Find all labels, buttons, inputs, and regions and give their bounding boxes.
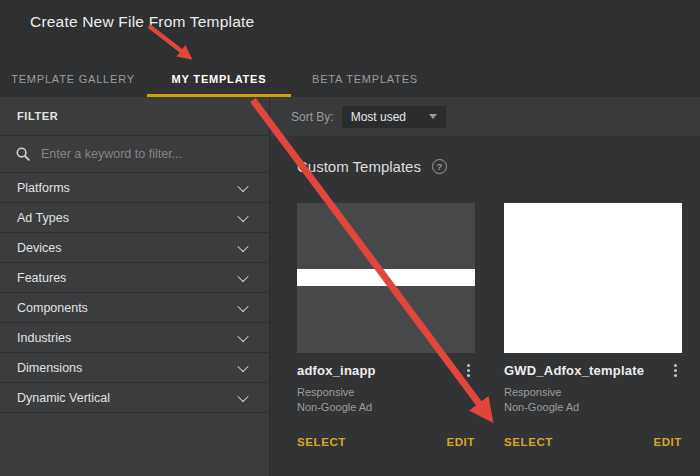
help-icon[interactable]: ? — [432, 159, 447, 174]
templates-panel: Custom Templates ? adfox_inapp Responsiv… — [271, 136, 700, 476]
sort-bar: Sort By: Most used — [270, 97, 700, 136]
filter-section-dynamic-vertical[interactable]: Dynamic Vertical — [0, 383, 269, 413]
keyword-search-row — [0, 136, 269, 173]
chevron-down-icon — [237, 300, 248, 311]
caret-down-icon — [429, 114, 437, 119]
chevron-down-icon — [237, 240, 248, 251]
filter-sort-bar: FILTER Sort By: Most used — [0, 97, 700, 136]
create-file-from-template-dialog: Create New File From Template TEMPLATE G… — [0, 0, 700, 476]
template-name: adfox_inapp — [297, 363, 376, 378]
edit-button[interactable]: EDIT — [653, 436, 682, 448]
thumbnail-stripe — [297, 269, 475, 286]
chevron-down-icon — [237, 330, 248, 341]
tab-label: BETA TEMPLATES — [312, 73, 418, 85]
template-thumbnail[interactable] — [504, 203, 682, 353]
template-thumbnail[interactable] — [297, 203, 475, 353]
tab-my-templates[interactable]: MY TEMPLATES — [146, 60, 292, 97]
dialog-header: Create New File From Template TEMPLATE G… — [0, 0, 700, 97]
template-responsive-label: Responsive — [297, 385, 475, 400]
keyword-filter-input[interactable] — [39, 146, 253, 162]
filter-label: FILTER — [17, 110, 58, 122]
select-button[interactable]: SELECT — [297, 436, 346, 448]
sort-select[interactable]: Most used — [342, 106, 446, 128]
template-card-list: adfox_inapp Responsive Non-Google Ad SEL… — [297, 203, 700, 448]
filter-section-industries[interactable]: Industries — [0, 323, 269, 353]
more-options-icon[interactable] — [668, 361, 682, 379]
sort-selected-value: Most used — [351, 110, 406, 124]
chevron-down-icon — [237, 360, 248, 371]
template-responsive-label: Responsive — [504, 385, 682, 400]
tab-beta-templates[interactable]: BETA TEMPLATES — [292, 60, 438, 97]
search-icon — [16, 147, 30, 161]
chevron-down-icon — [237, 180, 248, 191]
filter-section-platforms[interactable]: Platforms — [0, 173, 269, 203]
tab-label: TEMPLATE GALLERY — [11, 73, 135, 85]
template-name: GWD_Adfox_template — [504, 363, 644, 378]
template-adtype-label: Non-Google Ad — [504, 400, 682, 415]
chevron-down-icon — [237, 390, 248, 401]
tab-template-gallery[interactable]: TEMPLATE GALLERY — [0, 60, 146, 97]
filter-section-features[interactable]: Features — [0, 263, 269, 293]
filter-sidebar: Platforms Ad Types Devices Features Comp… — [0, 136, 270, 476]
sort-by-label: Sort By: — [291, 110, 334, 124]
filter-section-ad-types[interactable]: Ad Types — [0, 203, 269, 233]
select-button[interactable]: SELECT — [504, 436, 553, 448]
template-adtype-label: Non-Google Ad — [297, 400, 475, 415]
chevron-down-icon — [237, 210, 248, 221]
section-title: Custom Templates — [297, 158, 421, 175]
edit-button[interactable]: EDIT — [446, 436, 475, 448]
tab-bar: TEMPLATE GALLERY MY TEMPLATES BETA TEMPL… — [0, 60, 438, 97]
more-options-icon[interactable] — [461, 361, 475, 379]
template-card-adfox-inapp: adfox_inapp Responsive Non-Google Ad SEL… — [297, 203, 475, 448]
dialog-title: Create New File From Template — [30, 13, 254, 31]
chevron-down-icon — [237, 270, 248, 281]
filter-section-devices[interactable]: Devices — [0, 233, 269, 263]
tab-label: MY TEMPLATES — [172, 73, 267, 85]
template-card-gwd-adfox-template: GWD_Adfox_template Responsive Non-Google… — [504, 203, 682, 448]
filter-header: FILTER — [0, 97, 270, 136]
filter-section-components[interactable]: Components — [0, 293, 269, 323]
filter-section-dimensions[interactable]: Dimensions — [0, 353, 269, 383]
